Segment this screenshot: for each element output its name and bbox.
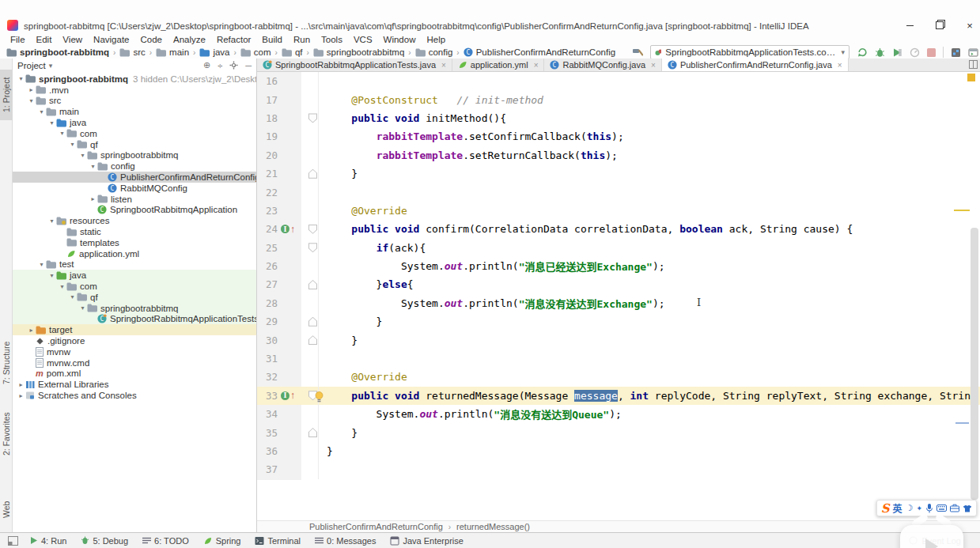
expanded-arrow-icon[interactable]: ▾ (78, 304, 87, 312)
collapse-all-icon[interactable]: ÷ (218, 61, 222, 70)
code-line-29[interactable]: 29 } (257, 312, 980, 331)
menu-item-file[interactable]: File (5, 35, 31, 44)
tree-item-scratches-and-consoles[interactable]: ▸Scratches and Consoles (13, 390, 256, 401)
expanded-arrow-icon[interactable]: ▾ (68, 293, 77, 300)
code-text[interactable]: } (318, 442, 980, 460)
run-configuration-select[interactable]: SpringbootRabbitmqApplicationTests.conte… (650, 45, 849, 59)
tab-close-icon[interactable]: × (838, 61, 842, 70)
tree-item-springbootrabbitmq[interactable]: ▾springbootrabbitmq (13, 303, 256, 314)
bottom-breadcrumb-publisherconfirmandreturnconfig[interactable]: PublisherConfirmAndReturnConfig (309, 522, 443, 531)
tab-close-icon[interactable]: × (441, 61, 446, 70)
override-up-arrow-icon[interactable]: ↑ (290, 391, 295, 400)
expanded-arrow-icon[interactable]: ▾ (58, 283, 66, 290)
status-6-todo[interactable]: 6: TODO (135, 536, 196, 546)
breadcrumb-item-springboot-rabbitmq[interactable]: springboot-rabbitmq (6, 47, 109, 57)
code-text[interactable]: if(ack){ (318, 239, 980, 257)
tree-item-target[interactable]: ▸target (13, 324, 256, 335)
breadcrumb-item-java[interactable]: java (199, 47, 229, 57)
expanded-arrow-icon[interactable]: ▾ (68, 141, 77, 148)
code-text[interactable] (318, 72, 980, 90)
code-text[interactable] (318, 183, 980, 201)
tree-item-java[interactable]: ▾java (13, 117, 256, 128)
code-line-34[interactable]: 34 System.out.println("消息没有送达到Queue"); (257, 405, 980, 423)
code-text[interactable]: @Override (318, 368, 980, 386)
code-line-31[interactable]: 31 (257, 350, 980, 368)
menu-item-refactor[interactable]: Refactor (211, 35, 256, 44)
code-editor[interactable]: 1617 @PostConstruct // init-method18 pub… (257, 72, 980, 520)
services-icon[interactable] (951, 47, 961, 58)
fold-marker[interactable] (308, 225, 318, 234)
tab-close-icon[interactable]: × (651, 61, 656, 70)
tab-rabbitmqconfig-java[interactable]: CRabbitMQConfig.java× (544, 59, 661, 71)
code-text[interactable]: public void returnedMessage(Message mess… (318, 387, 980, 405)
code-text[interactable] (318, 460, 980, 478)
code-line-20[interactable]: 20 rabbitTemplate.setReturnCallback(this… (257, 146, 980, 164)
tab-publisherconfirmandreturnconfig-java[interactable]: CPublisherConfirmAndReturnConfig.java× (662, 59, 849, 71)
coverage-icon[interactable] (892, 47, 902, 58)
breadcrumb-item-springbootrabbitmq[interactable]: springbootrabbitmq (313, 47, 404, 57)
tree-item-com[interactable]: ▾com (13, 281, 256, 292)
tree-item-gitignore[interactable]: .gitignore (13, 335, 256, 346)
menu-item-analyze[interactable]: Analyze (168, 35, 211, 44)
warning-stripe-mark[interactable] (954, 210, 970, 211)
tree-item-config[interactable]: ▾config (13, 161, 256, 172)
tree-item-rabbitmqconfig[interactable]: CRabbitMQConfig (13, 183, 256, 194)
menu-item-navigate[interactable]: Navigate (88, 35, 134, 44)
fold-marker[interactable] (308, 280, 318, 289)
expanded-arrow-icon[interactable]: ▾ (47, 217, 56, 225)
fold-marker[interactable] (308, 169, 318, 179)
menu-item-view[interactable]: View (57, 35, 88, 44)
ime-toolbox-button[interactable] (950, 504, 959, 512)
code-text[interactable]: System.out.println("消息没有送达到Queue"); (318, 405, 980, 423)
code-text[interactable]: } (318, 331, 980, 349)
collapsed-arrow-icon[interactable]: ▸ (89, 195, 97, 202)
bottom-breadcrumb-returnedmessage[interactable]: returnedMessage() (456, 522, 530, 531)
tree-item-listen[interactable]: ▸listen (13, 194, 256, 205)
fold-marker[interactable] (308, 113, 318, 123)
code-line-32[interactable]: 32 @Override (257, 368, 980, 386)
stripe-item-7-structure[interactable]: 7: Structure (0, 332, 13, 394)
restore-button[interactable] (934, 21, 945, 30)
stop-icon[interactable] (927, 48, 936, 57)
tree-item-test[interactable]: ▾test (13, 259, 256, 270)
code-text[interactable]: rabbitTemplate.setReturnCallback(this); (318, 146, 980, 164)
breadcrumb-item-config[interactable]: config (415, 47, 453, 57)
fold-marker[interactable] (308, 317, 318, 327)
tree-item-springbootrabbitmqapplicationtests[interactable]: CSpringbootRabbitmqApplicationTests (13, 314, 256, 325)
collapsed-arrow-icon[interactable]: ▸ (27, 327, 36, 334)
breadcrumb-item-src[interactable]: src (119, 47, 145, 57)
menu-item-run[interactable]: Run (288, 35, 316, 44)
code-line-25[interactable]: 25 if(ack){ (257, 239, 980, 257)
tree-item-mvnw-cmd[interactable]: mvnw.cmd (13, 357, 256, 368)
menu-item-code[interactable]: Code (134, 35, 168, 44)
build-hammer-icon[interactable] (632, 47, 643, 58)
code-line-24[interactable]: 24I↑ public void confirm(CorrelationData… (257, 220, 980, 238)
tree-item-mvn[interactable]: ▸.mvn (13, 85, 256, 96)
expanded-arrow-icon[interactable]: ▾ (78, 152, 87, 159)
code-line-35[interactable]: 35 } (257, 423, 980, 441)
status-5-debug[interactable]: 5: Debug (74, 536, 135, 546)
tree-item-resources[interactable]: ▾resources (13, 215, 256, 226)
code-text[interactable]: }else{ (318, 275, 980, 293)
debug-icon[interactable] (875, 47, 885, 58)
expanded-arrow-icon[interactable]: ▾ (37, 261, 46, 268)
expanded-arrow-icon[interactable]: ▾ (47, 272, 56, 279)
tab-application-yml[interactable]: application.yml× (452, 59, 545, 71)
collapsed-arrow-icon[interactable]: ▸ (27, 86, 36, 93)
code-text[interactable]: @PostConstruct // init-method (318, 90, 980, 108)
ime-shirt-button[interactable] (963, 505, 972, 512)
locate-icon[interactable]: ⊕ (203, 60, 210, 70)
code-line-19[interactable]: 19 rabbitTemplate.setConfirmCallback(thi… (257, 127, 980, 146)
expanded-arrow-icon[interactable]: ▾ (47, 119, 56, 127)
profiler-icon[interactable] (910, 47, 920, 58)
close-button[interactable]: × (964, 21, 975, 30)
status-0-messages[interactable]: 0: Messages (308, 536, 383, 546)
ime-lang-button[interactable]: 英 (893, 501, 902, 515)
expanded-arrow-icon[interactable]: ▾ (27, 97, 36, 104)
collapsed-arrow-icon[interactable]: ▸ (17, 381, 25, 388)
code-line-27[interactable]: 27 }else{ (257, 275, 980, 293)
tree-item-static[interactable]: static (13, 226, 256, 237)
code-line-37[interactable]: 37 (257, 460, 980, 478)
fold-marker[interactable] (308, 335, 318, 345)
code-text[interactable]: @Override (318, 202, 980, 220)
